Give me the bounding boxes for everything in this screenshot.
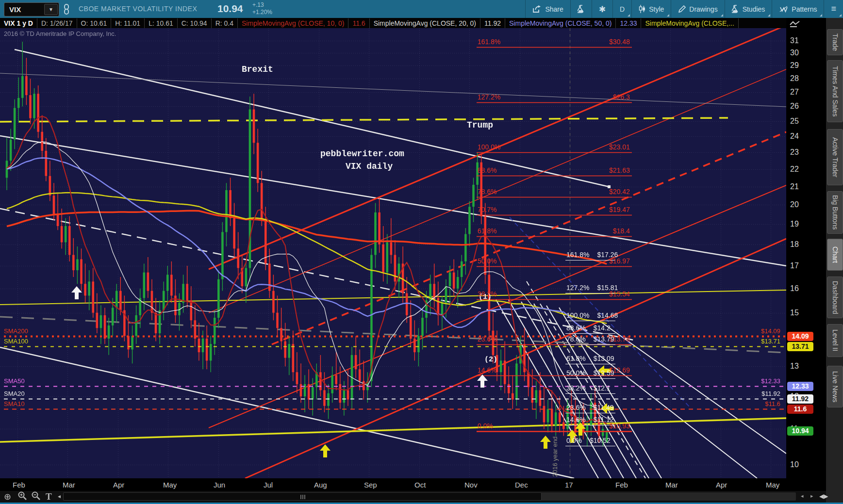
pan-icon[interactable]: ⊕ — [4, 491, 11, 502]
zoom-in-icon[interactable] — [17, 491, 27, 503]
studies-icon — [732, 5, 739, 13]
price-tick-26: 26 — [790, 102, 799, 111]
anno-site: pebblewriter.com — [320, 149, 404, 159]
fib2-pct: 88.6% — [566, 324, 586, 332]
month-label-1: Mar — [63, 481, 75, 489]
month-label-0: Feb — [13, 481, 25, 489]
price-tick-25: 25 — [790, 117, 799, 126]
header-field-1: D: 1/26/17 — [37, 18, 77, 28]
patterns-button[interactable]: Patterns — [772, 0, 824, 18]
symbol-dropdown[interactable]: VIX ▼ — [4, 2, 59, 16]
scroll-step-right-icon[interactable]: ▸ — [810, 493, 813, 499]
month-label-10: Dec — [515, 481, 528, 489]
sidebar-tab-active-trader[interactable]: Active Trader — [827, 129, 843, 185]
fib2-row-label: 61.8%$13.09 — [566, 355, 614, 362]
fib2-price: $14.2 — [594, 324, 611, 332]
price-tick-17: 17 — [790, 261, 799, 270]
share-icon — [532, 5, 542, 13]
sidebar-tab-big-buttons[interactable]: Big Buttons — [827, 191, 843, 234]
price-tick-19: 19 — [790, 220, 799, 228]
fib2-row-label: 23.6%$11.49 — [566, 404, 613, 411]
header-field-9: SimpleMovingAvg (CLOSE, 20, 0) — [370, 18, 480, 28]
header-field-10: 11.92 — [480, 18, 505, 28]
fib2-price: $11.49 — [594, 404, 614, 411]
fib2-pct: 61.8% — [566, 355, 586, 362]
settings-icon: ✱ — [599, 4, 606, 14]
text-tool-icon[interactable]: T — [46, 491, 52, 502]
fib2-price: $17.26 — [597, 251, 618, 259]
price-axis: 3130292827262524232221201918171615141312… — [786, 18, 826, 491]
month-label-5: Jul — [264, 481, 273, 489]
price-tick-31: 31 — [790, 36, 799, 45]
fib1-pct-label: 14.6% — [478, 366, 497, 374]
toolbar-button-label: Patterns — [792, 5, 817, 13]
toolbar-button-label: Style — [649, 5, 664, 13]
month-label-8: Oct — [414, 481, 426, 489]
fib1-pct-label: 70.7% — [478, 206, 497, 213]
sidebar-tab-dashboard[interactable]: Dashboard — [827, 276, 843, 318]
fib1-pct-label: 161.8% — [478, 38, 500, 46]
fib1-price-label: $21.63 — [557, 166, 630, 174]
month-label-4: Jun — [214, 481, 225, 489]
scroll-left-caret-icon[interactable]: ◂ — [58, 493, 61, 500]
price-bubble-11.6: 11.6 — [787, 405, 813, 414]
sidebar-tab-trade[interactable]: Trade — [827, 29, 843, 55]
link-icon[interactable] — [63, 4, 70, 16]
chart-canvas[interactable] — [0, 28, 786, 478]
sidebar-tab-live-news[interactable]: Live News — [827, 366, 843, 407]
sidebar-tab-chart[interactable]: Chart — [827, 239, 843, 271]
anno-wave2: (2) — [484, 356, 497, 364]
fib1-pct-label: 50.0% — [478, 257, 497, 265]
sidebar-tab-times-and-sales[interactable]: Times And Sales — [827, 60, 843, 122]
scrollbar-grip-icon[interactable] — [300, 495, 306, 499]
fib1-pct-label: 0.0% — [478, 422, 493, 430]
fib2-row-label: 88.6%$14.2 — [566, 324, 611, 332]
fib2-pct: 127.2% — [566, 284, 589, 292]
fib2-pct: 161.8% — [566, 251, 589, 259]
header-field-4: L: 10.61 — [145, 18, 178, 28]
price-change: +.13 +1.20% — [252, 1, 272, 16]
style-button[interactable]: Style — [631, 0, 671, 18]
sidebar-tab-level-ii[interactable]: Level II — [827, 324, 843, 357]
scrollbar-thumb[interactable] — [63, 492, 542, 501]
fib1-price-label: $19.47 — [557, 206, 630, 213]
level-caption-SMA100: SMA100 — [4, 338, 28, 345]
month-label-12: Feb — [615, 481, 628, 489]
fib1-price-label: $18.4 — [557, 227, 630, 235]
price-tick-21: 21 — [790, 182, 799, 191]
zoom-out-icon[interactable] — [31, 491, 41, 503]
time-scrollbar[interactable] — [63, 492, 796, 501]
chevron-down-icon[interactable]: ▼ — [44, 4, 58, 15]
fib2-row-label: 127.2%$15.81 — [566, 284, 618, 292]
last-price: 10.94 — [217, 3, 243, 15]
price-tick-15: 15 — [790, 309, 799, 317]
toolbar-button-label: Drawings — [689, 5, 717, 13]
level-caption-SMA200: SMA200 — [4, 327, 28, 335]
bottom-toolbar: ⊕ T ◂ ◂ ▸ ◀▶ — [0, 491, 826, 503]
fib1-pct-label: 88.6% — [478, 166, 497, 174]
header-field-0: VIX 1 y D — [0, 18, 37, 28]
expand-axis-icon[interactable]: ◀▶ — [819, 493, 828, 500]
scroll-step-left-icon[interactable]: ◂ — [801, 493, 804, 499]
quick-study-button[interactable] — [570, 0, 592, 18]
level-price-label: $12.33 — [722, 377, 780, 385]
price-bubble-13.71: 13.71 — [787, 342, 813, 351]
settings-button[interactable]: ✱ — [592, 0, 612, 18]
timeframe-button[interactable]: D — [612, 0, 631, 18]
dropdown-corner-caret — [768, 14, 770, 16]
drawings-button[interactable]: Drawings — [671, 0, 724, 18]
header-field-11: SimpleMovingAvg (CLOSE, 50, 0) — [505, 18, 616, 28]
price-tick-28: 28 — [790, 74, 799, 83]
header-field-3: H: 11.01 — [111, 18, 145, 28]
price-tick-20: 20 — [790, 200, 799, 209]
reset-scale-icon[interactable] — [789, 20, 801, 30]
anno-brexit: Brexit — [242, 65, 273, 74]
price-tick-24: 24 — [790, 132, 799, 141]
price-bubble-12.33: 12.33 — [787, 382, 813, 391]
chart-plot-area[interactable]: 2016 © TD Ameritrade IP Company, Inc. Br… — [0, 28, 786, 478]
fib2-row-label: 78.6%$13.79 — [566, 335, 614, 343]
menu-button[interactable]: ≡ — [824, 0, 843, 18]
studies-button[interactable]: Studies — [725, 0, 772, 18]
share-button[interactable]: Share — [525, 0, 570, 18]
fib1-pct-label: 23.6% — [478, 335, 497, 343]
